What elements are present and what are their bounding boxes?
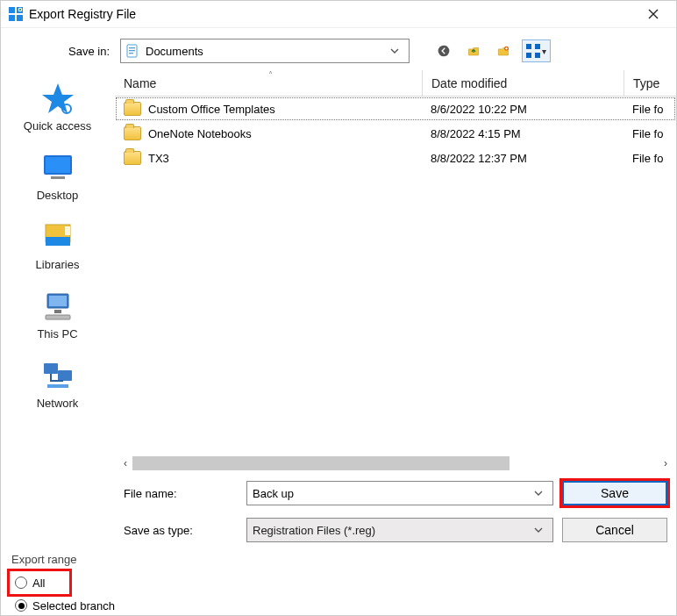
place-label: Desktop (10, 187, 106, 202)
chevron-down-icon (533, 525, 547, 535)
place-label: Network (10, 395, 106, 410)
svg-rect-25 (46, 315, 70, 319)
place-network[interactable]: Network (10, 353, 106, 413)
svg-rect-8 (129, 50, 135, 51)
svg-rect-20 (46, 237, 70, 246)
svg-rect-17 (46, 157, 70, 173)
desktop-icon (10, 148, 106, 187)
savein-label: Save in: (8, 45, 113, 58)
export-selected-row: Selected branch (10, 594, 667, 616)
up-folder-icon (467, 42, 480, 60)
svg-rect-13 (505, 48, 508, 49)
export-registry-dialog: Export Registry File Save in: Documents (0, 0, 677, 616)
documents-icon (125, 43, 140, 59)
file-type: File fo (624, 103, 676, 116)
file-name: OneNote Notebooks (148, 127, 252, 140)
file-type: File fo (624, 127, 676, 140)
horizontal-scrollbar[interactable]: ‹ › (115, 455, 676, 472)
file-row[interactable]: Custom Office Templates 8/6/2022 10:22 P… (115, 97, 676, 121)
up-one-level-button[interactable] (462, 39, 485, 62)
views-button[interactable]: ▾ (522, 39, 551, 62)
place-quick-access[interactable]: Quick access (10, 75, 106, 136)
filetype-combo[interactable]: Registration Files (*.reg) (246, 518, 553, 542)
savein-value: Documents (146, 45, 389, 58)
savein-row: Save in: Documents ▾ (1, 28, 676, 70)
file-list-pane: ˄ Name Date modified Type Custom Office … (115, 70, 676, 472)
column-type-header[interactable]: Type (624, 70, 676, 96)
close-button[interactable] (636, 1, 671, 27)
back-arrow-icon (438, 41, 450, 61)
middle-area: Quick access Desktop Libraries This PC (1, 70, 676, 472)
folder-icon (124, 126, 141, 140)
export-all-row: All (10, 571, 69, 594)
svg-rect-2 (9, 15, 15, 21)
scroll-left-arrow[interactable]: ‹ (118, 457, 132, 469)
savein-folder-combo[interactable]: Documents (120, 39, 410, 63)
file-name: TX3 (148, 152, 169, 165)
network-icon (10, 356, 106, 395)
svg-marker-14 (42, 83, 74, 113)
titlebar: Export Registry File (1, 1, 676, 28)
svg-point-10 (438, 46, 450, 57)
filetype-label: Save as type: (124, 524, 238, 537)
scrollbar-thumb[interactable] (132, 456, 510, 470)
svg-rect-24 (54, 310, 61, 313)
svg-rect-18 (51, 176, 65, 179)
new-folder-icon (497, 42, 510, 60)
file-date: 8/8/2022 4:15 PM (422, 127, 624, 140)
scroll-right-arrow[interactable]: › (659, 457, 673, 469)
svg-point-5 (19, 9, 21, 11)
filename-label: File name: (124, 487, 238, 500)
svg-rect-7 (129, 47, 135, 48)
svg-rect-27 (58, 370, 72, 381)
column-headers: ˄ Name Date modified Type (115, 70, 676, 97)
quick-access-icon (10, 79, 106, 118)
chevron-down-icon: ▾ (542, 47, 546, 56)
save-button[interactable]: Save (562, 481, 667, 505)
folder-icon (124, 151, 141, 165)
file-row[interactable]: OneNote Notebooks 8/8/2022 4:15 PM File … (115, 121, 676, 146)
place-desktop[interactable]: Desktop (10, 145, 106, 205)
file-row[interactable]: TX3 8/8/2022 12:37 PM File fo (115, 146, 676, 170)
cancel-button[interactable]: Cancel (562, 518, 667, 542)
place-libraries[interactable]: Libraries (10, 214, 106, 275)
file-type: File fo (624, 152, 676, 165)
libraries-icon (10, 218, 106, 256)
svg-rect-3 (17, 15, 23, 21)
new-folder-button[interactable] (492, 39, 515, 62)
bottom-controls: File name: Back up Save Save as type: Re… (1, 472, 676, 551)
filetype-value: Registration Files (*.reg) (253, 524, 533, 537)
radio-selected-branch[interactable] (15, 599, 27, 612)
radio-selected-label: Selected branch (32, 599, 115, 612)
this-pc-icon (10, 287, 106, 326)
place-label: This PC (10, 326, 106, 340)
svg-rect-9 (129, 53, 133, 54)
file-name: Custom Office Templates (148, 103, 275, 116)
sort-ascending-icon: ˄ (268, 70, 273, 80)
place-label: Libraries (10, 256, 106, 271)
window-title: Export Registry File (24, 7, 636, 21)
place-label: Quick access (10, 118, 106, 133)
column-date-header[interactable]: Date modified (422, 70, 624, 96)
file-rows: Custom Office Templates 8/6/2022 10:22 P… (115, 97, 676, 455)
views-grid-icon (526, 44, 540, 58)
scrollbar-track[interactable] (132, 456, 659, 470)
export-range-label: Export range (10, 553, 667, 571)
folder-icon (124, 102, 141, 116)
places-bar: Quick access Desktop Libraries This PC (1, 70, 115, 472)
export-range-group: Export range All Selected branch HKEY_CU… (1, 551, 676, 616)
file-date: 8/6/2022 10:22 PM (422, 103, 624, 116)
back-button[interactable] (432, 39, 455, 62)
place-this-pc[interactable]: This PC (10, 283, 106, 344)
svg-rect-23 (49, 296, 67, 306)
filename-input[interactable]: Back up (246, 481, 553, 505)
chevron-down-icon (533, 488, 547, 498)
file-date: 8/8/2022 12:37 PM (422, 152, 624, 165)
radio-all[interactable] (15, 577, 27, 589)
svg-rect-26 (44, 363, 58, 374)
svg-rect-28 (47, 384, 68, 388)
radio-all-label: All (32, 577, 45, 590)
filename-value: Back up (253, 487, 533, 500)
svg-rect-21 (65, 226, 70, 235)
chevron-down-icon (389, 46, 405, 56)
